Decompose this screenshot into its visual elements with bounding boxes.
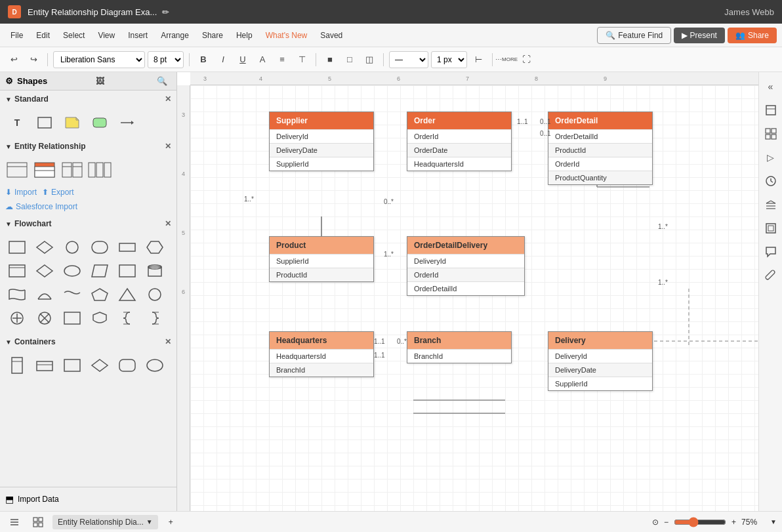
cont-ellipse[interactable] <box>143 356 167 375</box>
statusbar-list-icon[interactable] <box>5 513 24 531</box>
fc-parallelogram[interactable] <box>88 261 112 281</box>
containers-section-header[interactable]: ▼ Containers ✕ <box>0 333 176 350</box>
fc-brace-l[interactable] <box>143 308 167 328</box>
er-table-shape-3[interactable] <box>60 160 84 180</box>
canvas-area[interactable]: 3 4 5 6 7 8 9 3 4 5 6 <box>177 72 758 511</box>
rounded-rect-shape[interactable] <box>88 113 112 133</box>
fc-hex[interactable] <box>143 237 167 257</box>
orderdetail-entity[interactable]: OrderDetail OrderDetailId ProductId Orde… <box>548 112 653 185</box>
shapes-search-icon[interactable]: 🔍 <box>157 76 167 86</box>
feature-find-button[interactable]: 🔍 Feature Find <box>597 27 671 44</box>
italic-button[interactable]: I <box>215 51 232 68</box>
standard-close-icon[interactable]: ✕ <box>165 94 171 104</box>
fc-diamond2[interactable] <box>33 261 56 281</box>
flowchart-close-icon[interactable]: ✕ <box>165 219 171 228</box>
fc-plus[interactable] <box>5 308 29 328</box>
menu-view[interactable]: View <box>93 28 120 43</box>
order-entity[interactable]: Order OrderId OrderDate HeadquartersId <box>407 112 512 171</box>
export-button[interactable]: ⬆ Export <box>42 188 74 197</box>
note-shape[interactable] <box>60 113 84 133</box>
fc-brace-r[interactable] <box>115 308 139 328</box>
zoom-slider[interactable] <box>674 517 726 527</box>
zoom-plus-button[interactable]: + <box>731 518 736 527</box>
menu-select[interactable]: Select <box>58 28 90 43</box>
redo-button[interactable]: ↪ <box>25 51 42 68</box>
stroke-color-button[interactable]: □ <box>341 51 358 68</box>
right-panel-shapes2-icon[interactable] <box>762 125 780 143</box>
align-button[interactable]: ≡ <box>274 51 291 68</box>
salesforce-import-button[interactable]: ☁ Salesforce Import <box>0 202 176 215</box>
supplier-entity[interactable]: Supplier DeliveryId DeliveryDate Supplie… <box>269 112 374 171</box>
cont-diamond[interactable] <box>88 356 112 375</box>
shadow-button[interactable]: ◫ <box>361 51 378 68</box>
fc-rect2[interactable] <box>115 237 139 257</box>
containers-close-icon[interactable]: ✕ <box>165 337 171 346</box>
font-size-select[interactable]: 8 pt 10 pt 12 pt <box>148 51 184 68</box>
add-tab-button[interactable]: + <box>163 515 178 529</box>
right-panel-layers-icon[interactable] <box>762 195 780 214</box>
share-button[interactable]: 👥 Share <box>728 28 777 43</box>
rect-shape[interactable] <box>33 113 56 133</box>
tab-dropdown-icon[interactable]: ▼ <box>146 518 153 525</box>
arrow-shape[interactable] <box>115 113 139 133</box>
current-tab[interactable]: Entity Relationship Dia... ▼ <box>52 515 158 529</box>
zoom-minus-button[interactable]: − <box>664 518 669 527</box>
flowchart-section-header[interactable]: ▼ Flowchart ✕ <box>0 215 176 232</box>
line-style-select[interactable]: — - - <box>389 51 428 68</box>
menu-saved[interactable]: Saved <box>315 28 348 43</box>
right-panel-clock-icon[interactable] <box>762 172 780 190</box>
text-shape[interactable]: T <box>5 113 29 133</box>
undo-button[interactable]: ↩ <box>5 51 22 68</box>
bold-button[interactable]: B <box>195 51 212 68</box>
menu-share[interactable]: Share <box>197 28 228 43</box>
line-width-select[interactable]: 1 px 2 px <box>431 51 467 68</box>
fc-pentagon[interactable] <box>88 285 112 304</box>
fc-shield[interactable] <box>88 308 112 328</box>
er-table-shape-2[interactable] <box>33 160 56 180</box>
connect-button[interactable]: ⊢ <box>470 51 487 68</box>
right-panel-play-icon[interactable]: ▷ <box>762 148 780 167</box>
product-entity[interactable]: Product SupplierId ProductId <box>269 236 374 282</box>
cont-rounded[interactable] <box>115 356 139 375</box>
fc-rect5[interactable] <box>60 308 84 328</box>
right-panel-tools-icon[interactable] <box>762 266 780 285</box>
fc-rect3[interactable] <box>5 261 29 281</box>
fc-circle[interactable] <box>60 237 84 257</box>
right-panel-comment-icon[interactable] <box>762 243 780 261</box>
fc-cylinder[interactable] <box>143 261 167 281</box>
underline-button[interactable]: U <box>234 51 251 68</box>
er-table-shape-4[interactable] <box>88 160 112 180</box>
menu-insert[interactable]: Insert <box>123 28 153 43</box>
fc-triangle[interactable] <box>115 285 139 304</box>
import-data-button[interactable]: ⬒ Import Data <box>0 487 176 511</box>
fc-rounded[interactable] <box>88 237 112 257</box>
font-family-select[interactable]: Liberation Sans <box>53 51 145 68</box>
menu-whats-new[interactable]: What's New <box>260 28 313 43</box>
more-button[interactable]: ⋯ MORE <box>498 51 515 68</box>
fc-diamond[interactable] <box>33 237 56 257</box>
cont-tall-rect[interactable] <box>5 356 29 375</box>
fc-arc[interactable] <box>33 285 56 304</box>
fc-wave[interactable] <box>5 285 29 304</box>
present-button[interactable]: ▶ Present <box>674 28 725 43</box>
cont-wide-rect[interactable] <box>33 356 56 375</box>
fc-rect4[interactable] <box>115 261 139 281</box>
menu-arrange[interactable]: Arrange <box>155 28 194 43</box>
fc-ellipse[interactable] <box>60 261 84 281</box>
fc-wave2[interactable] <box>60 285 84 304</box>
headquarters-entity[interactable]: Headquarters HeadquartersId BranchId <box>269 331 374 377</box>
image-icon[interactable]: 🖼 <box>96 76 104 86</box>
menu-edit[interactable]: Edit <box>31 28 55 43</box>
cont-rect[interactable] <box>60 356 84 375</box>
zoom-dropdown-icon[interactable]: ▼ <box>770 518 777 525</box>
menu-help[interactable]: Help <box>231 28 258 43</box>
entity-relationship-section-header[interactable]: ▼ Entity Relationship ✕ <box>0 138 176 155</box>
orderdetaildelivery-entity[interactable]: OrderDetailDelivery DeliveryId OrderId O… <box>407 236 525 296</box>
font-color-button[interactable]: A <box>254 51 271 68</box>
fc-rect[interactable] <box>5 237 29 257</box>
er-table-shape-1[interactable] <box>5 160 29 180</box>
fullscreen-button[interactable]: ⛶ <box>518 51 535 68</box>
er-close-icon[interactable]: ✕ <box>165 142 171 151</box>
right-panel-frame-icon[interactable] <box>762 219 780 237</box>
fill-button[interactable]: ■ <box>321 51 339 68</box>
